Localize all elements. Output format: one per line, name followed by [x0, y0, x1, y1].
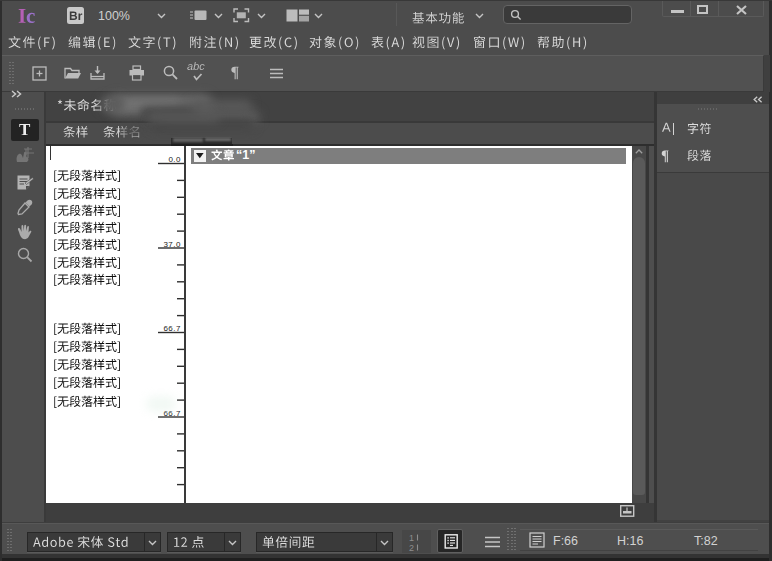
- svg-text:1: 1: [409, 533, 414, 543]
- svg-text:2: 2: [409, 543, 414, 553]
